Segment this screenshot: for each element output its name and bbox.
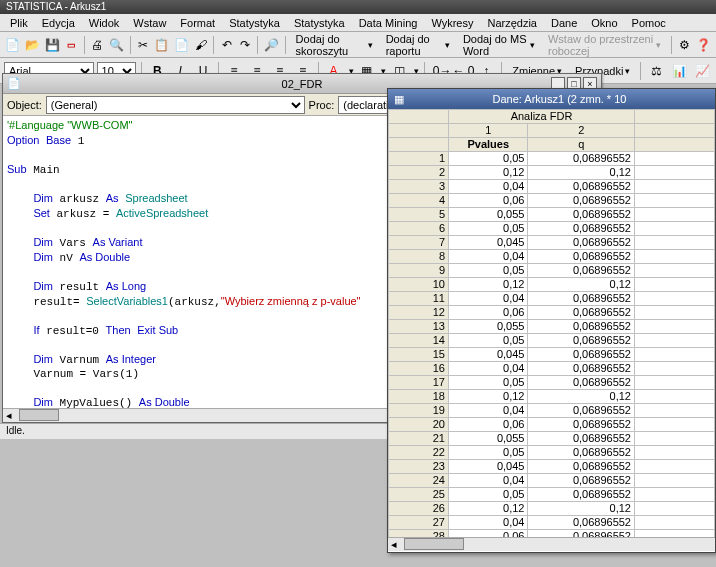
table-row[interactable]: 40,060,06896552 <box>389 194 715 208</box>
table-row[interactable]: 230,0450,06896552 <box>389 460 715 474</box>
cell-pvalue[interactable]: 0,06 <box>449 306 528 320</box>
table-row[interactable]: 150,0450,06896552 <box>389 348 715 362</box>
redo-icon[interactable]: ↷ <box>237 35 252 55</box>
menu-format[interactable]: Format <box>174 16 221 30</box>
paste-icon[interactable]: 📄 <box>173 35 190 55</box>
table-row[interactable]: 90,050,06896552 <box>389 264 715 278</box>
new-icon[interactable]: 📄 <box>4 35 21 55</box>
row-header[interactable]: 24 <box>389 474 449 488</box>
row-header[interactable]: 26 <box>389 502 449 516</box>
cell-q[interactable]: 0,06896552 <box>528 474 635 488</box>
row-header[interactable]: 28 <box>389 530 449 538</box>
row-header[interactable]: 27 <box>389 516 449 530</box>
print-icon[interactable]: 🖨 <box>90 35 105 55</box>
row-header[interactable]: 21 <box>389 432 449 446</box>
row-header[interactable]: 6 <box>389 222 449 236</box>
table-row[interactable]: 100,120,12 <box>389 278 715 292</box>
add-workbook-button[interactable]: Dodaj do skoroszytu▾ <box>291 35 378 55</box>
row-header[interactable]: 22 <box>389 446 449 460</box>
cell-q[interactable]: 0,06896552 <box>528 264 635 278</box>
table-row[interactable]: 180,120,12 <box>389 390 715 404</box>
table-row[interactable]: 260,120,12 <box>389 502 715 516</box>
cell-pvalue[interactable]: 0,12 <box>449 390 528 404</box>
cell-pvalue[interactable]: 0,05 <box>449 446 528 460</box>
table-row[interactable]: 190,040,06896552 <box>389 404 715 418</box>
menu-widok[interactable]: Widok <box>83 16 126 30</box>
row-header[interactable]: 9 <box>389 264 449 278</box>
cell-pvalue[interactable]: 0,045 <box>449 460 528 474</box>
cell-pvalue[interactable]: 0,12 <box>449 502 528 516</box>
col-header-q[interactable]: q <box>528 138 635 152</box>
cell-pvalue[interactable]: 0,05 <box>449 488 528 502</box>
cell-pvalue[interactable]: 0,12 <box>449 278 528 292</box>
row-header[interactable]: 15 <box>389 348 449 362</box>
cell-q[interactable]: 0,06896552 <box>528 516 635 530</box>
table-row[interactable]: 70,0450,06896552 <box>389 236 715 250</box>
row-header[interactable]: 3 <box>389 180 449 194</box>
table-row[interactable]: 140,050,06896552 <box>389 334 715 348</box>
row-header[interactable]: 13 <box>389 320 449 334</box>
row-header[interactable]: 16 <box>389 362 449 376</box>
row-header[interactable]: 7 <box>389 236 449 250</box>
cell-pvalue[interactable]: 0,045 <box>449 348 528 362</box>
cell-q[interactable]: 0,06896552 <box>528 194 635 208</box>
add-report-button[interactable]: Dodaj do raportu▾ <box>381 35 455 55</box>
cell-q[interactable]: 0,12 <box>528 390 635 404</box>
table-row[interactable]: 60,050,06896552 <box>389 222 715 236</box>
cell-q[interactable]: 0,06896552 <box>528 320 635 334</box>
cell-q[interactable]: 0,06896552 <box>528 334 635 348</box>
object-select[interactable]: (General) <box>46 96 305 114</box>
cell-q[interactable]: 0,06896552 <box>528 236 635 250</box>
cell-q[interactable]: 0,06896552 <box>528 488 635 502</box>
cell-pvalue[interactable]: 0,04 <box>449 404 528 418</box>
cell-q[interactable]: 0,06896552 <box>528 432 635 446</box>
menu-pomoc[interactable]: Pomoc <box>626 16 672 30</box>
menu-wstaw[interactable]: Wstaw <box>127 16 172 30</box>
table-row[interactable]: 210,0550,06896552 <box>389 432 715 446</box>
cell-pvalue[interactable]: 0,06 <box>449 418 528 432</box>
menu-plik[interactable]: Plik <box>4 16 34 30</box>
table-row[interactable]: 50,0550,06896552 <box>389 208 715 222</box>
data-grid[interactable]: Analiza FDR 12 Pvaluesq 10,050,068965522… <box>388 109 715 537</box>
menu-dane[interactable]: Dane <box>545 16 583 30</box>
table-row[interactable]: 10,050,06896552 <box>389 152 715 166</box>
cell-q[interactable]: 0,06896552 <box>528 222 635 236</box>
row-header[interactable]: 23 <box>389 460 449 474</box>
cell-q[interactable]: 0,06896552 <box>528 250 635 264</box>
row-header[interactable]: 14 <box>389 334 449 348</box>
row-header[interactable]: 25 <box>389 488 449 502</box>
col-header-pvalues[interactable]: Pvalues <box>449 138 528 152</box>
row-header[interactable]: 8 <box>389 250 449 264</box>
copy-icon[interactable]: 📋 <box>153 35 170 55</box>
row-header[interactable]: 2 <box>389 166 449 180</box>
row-header[interactable]: 1 <box>389 152 449 166</box>
cell-pvalue[interactable]: 0,055 <box>449 432 528 446</box>
cell-pvalue[interactable]: 0,055 <box>449 320 528 334</box>
insert-workspace-button[interactable]: Wstaw do przestrzeni roboczej▾ <box>543 35 666 55</box>
menu-datamining[interactable]: Data Mining <box>353 16 424 30</box>
table-row[interactable]: 270,040,06896552 <box>389 516 715 530</box>
menu-statystyka2[interactable]: Statystyka <box>288 16 351 30</box>
col-num-1[interactable]: 1 <box>449 124 528 138</box>
cell-pvalue[interactable]: 0,04 <box>449 292 528 306</box>
menu-wykresy[interactable]: Wykresy <box>425 16 479 30</box>
graph-icon[interactable]: 📈 <box>692 61 712 81</box>
table-row[interactable]: 110,040,06896552 <box>389 292 715 306</box>
row-header[interactable]: 5 <box>389 208 449 222</box>
row-header[interactable]: 20 <box>389 418 449 432</box>
format-paint-icon[interactable]: 🖌 <box>193 35 208 55</box>
cell-q[interactable]: 0,06896552 <box>528 418 635 432</box>
cell-q[interactable]: 0,06896552 <box>528 208 635 222</box>
menu-narzedzia[interactable]: Narzędzia <box>481 16 543 30</box>
cell-q[interactable]: 0,06896552 <box>528 152 635 166</box>
filter-icon[interactable]: ⚖ <box>646 61 666 81</box>
row-header[interactable]: 18 <box>389 390 449 404</box>
row-header[interactable]: 19 <box>389 404 449 418</box>
cell-pvalue[interactable]: 0,12 <box>449 166 528 180</box>
cell-q[interactable]: 0,06896552 <box>528 180 635 194</box>
table-row[interactable]: 20,120,12 <box>389 166 715 180</box>
table-row[interactable]: 280,060,06896552 <box>389 530 715 538</box>
cell-pvalue[interactable]: 0,05 <box>449 264 528 278</box>
table-row[interactable]: 80,040,06896552 <box>389 250 715 264</box>
row-header[interactable]: 11 <box>389 292 449 306</box>
